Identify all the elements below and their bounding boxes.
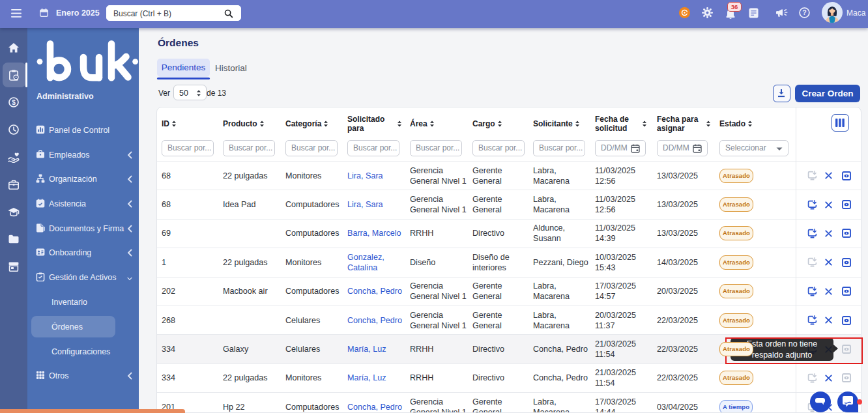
svg-text:?: ? bbox=[802, 8, 806, 16]
svg-text:$: $ bbox=[12, 99, 16, 106]
